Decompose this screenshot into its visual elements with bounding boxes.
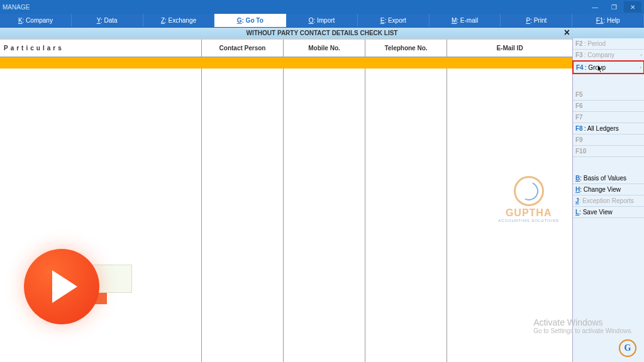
selection-bar[interactable] — [0, 57, 572, 69]
watermark-logo: GUPTHA ACCOUNTING SOLUTIONS — [498, 176, 559, 222]
side-basis-of-values[interactable]: B: Basis of Values — [573, 173, 644, 184]
maximize-button[interactable]: ❐ — [605, 1, 623, 13]
side-save-view[interactable]: L: Save View — [573, 207, 644, 218]
menu-help[interactable]: F1: Help — [572, 14, 644, 27]
report-title: WITHOUT PARTY CONTACT DETAILS CHECK LIST — [247, 30, 398, 36]
side-exception-reports[interactable]: J: Exception Reports — [573, 195, 644, 207]
menu-company[interactable]: K: Company — [0, 14, 72, 27]
minimize-button[interactable]: — — [586, 1, 604, 13]
col-mobile: Mobile No. — [283, 40, 365, 57]
corner-logo-icon: G — [619, 339, 636, 357]
report-title-bar: WITHOUT PARTY CONTACT DETAILS CHECK LIST… — [0, 28, 644, 38]
app-title: MANAGE — [3, 4, 30, 11]
menu-bar: K: Company Y: Data Z: Exchange G: Go To … — [0, 14, 644, 28]
menu-print[interactable]: P: Print — [501, 14, 572, 27]
side-f5: F5 — [573, 89, 644, 101]
table-header: Particulars Contact Person Mobile No. Te… — [0, 40, 572, 57]
activate-line2: Go to Settings to activate Windows. — [533, 327, 633, 334]
col-telephone: Telephone No. — [365, 40, 447, 57]
side-f9: F9 — [573, 134, 644, 146]
side-f4-group[interactable]: F4: Group‹ — [572, 60, 644, 74]
close-report-icon[interactable]: × — [564, 27, 570, 38]
col-body-telephone — [365, 69, 447, 362]
col-body-mobile — [283, 69, 365, 362]
window-controls: — ❐ ✕ — [586, 1, 641, 13]
menu-export[interactable]: E: Export — [358, 14, 430, 27]
play-button-overlay[interactable] — [24, 249, 99, 324]
menu-data[interactable]: Y: Data — [72, 14, 143, 27]
side-f3-company[interactable]: F3: Company‹ — [573, 50, 644, 61]
watermark-subtext: ACCOUNTING SOLUTIONS — [498, 219, 559, 222]
menu-goto[interactable]: G: Go To — [214, 14, 286, 27]
side-f2-period[interactable]: F2: Period — [573, 38, 644, 50]
side-f6: F6 — [573, 101, 644, 112]
col-body-particulars — [0, 69, 201, 362]
activate-line1: Activate Windows — [533, 317, 633, 327]
col-contact-person: Contact Person — [201, 40, 283, 57]
menu-import[interactable]: O: Import — [286, 14, 358, 27]
side-f7: F7 — [573, 112, 644, 123]
close-button[interactable]: ✕ — [624, 1, 641, 13]
table-body — [0, 69, 572, 362]
watermark-text: GUPTHA — [498, 207, 559, 219]
col-email: E-Mail ID — [447, 40, 572, 57]
col-body-contact — [201, 69, 283, 362]
menu-email[interactable]: M: E-mail — [430, 14, 501, 27]
activate-windows-overlay: Activate Windows Go to Settings to activ… — [533, 317, 633, 334]
watermark-icon — [514, 176, 544, 206]
side-f8-all-ledgers[interactable]: F8: All Ledgers — [573, 123, 644, 134]
title-bar: MANAGE — ❐ ✕ — [0, 0, 644, 14]
col-particulars: Particulars — [0, 45, 201, 52]
side-panel: F2: Period F3: Company‹ F4: Group‹ F5 F6… — [572, 38, 644, 362]
play-icon — [52, 270, 77, 303]
side-f10: F10 — [573, 146, 644, 157]
menu-exchange[interactable]: Z: Exchange — [143, 14, 215, 27]
side-change-view[interactable]: H: Change View — [573, 184, 644, 195]
mouse-cursor-icon — [597, 65, 604, 74]
